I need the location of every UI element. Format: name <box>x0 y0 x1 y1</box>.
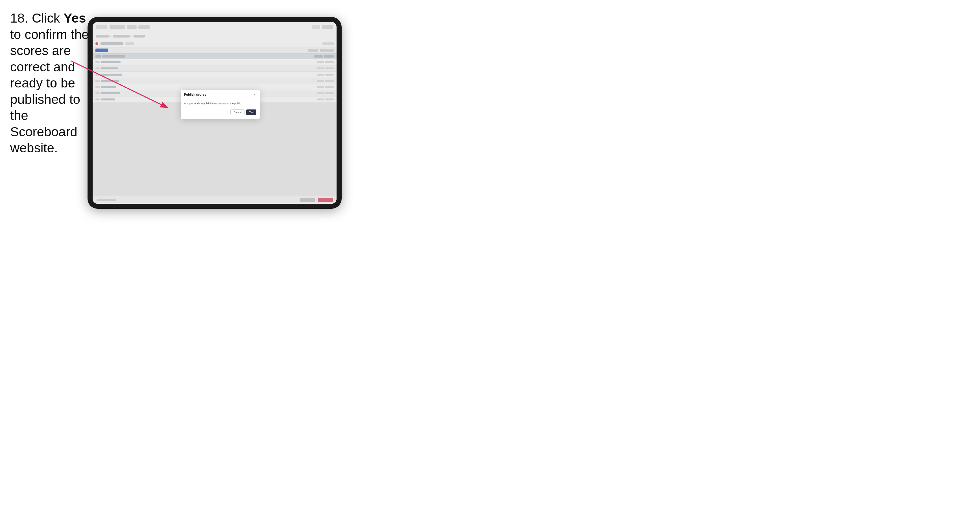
modal-overlay: Publish scores × Are you ready to publis… <box>92 22 337 204</box>
modal-body: Are you ready to publish these scores to… <box>181 99 260 119</box>
modal-close-button[interactable]: × <box>252 92 256 97</box>
modal-dialog: Publish scores × Are you ready to publis… <box>181 90 260 119</box>
tablet-screen: / / <box>92 22 337 204</box>
cancel-button[interactable]: Cancel <box>231 110 245 115</box>
instruction-body: to confirm the scores are correct and re… <box>10 27 89 156</box>
modal-message: Are you ready to publish these scores to… <box>184 102 256 105</box>
step-number: 18. Click <box>10 11 64 25</box>
yes-emphasis: Yes <box>64 11 86 25</box>
modal-header: Publish scores × <box>181 90 260 99</box>
modal-actions: Cancel Yes <box>184 110 256 115</box>
yes-button[interactable]: Yes <box>246 110 256 115</box>
instruction-text: 18. Click Yes to confirm the scores are … <box>10 10 92 156</box>
tablet-device: / / <box>88 17 342 209</box>
modal-title: Publish scores <box>184 93 206 96</box>
